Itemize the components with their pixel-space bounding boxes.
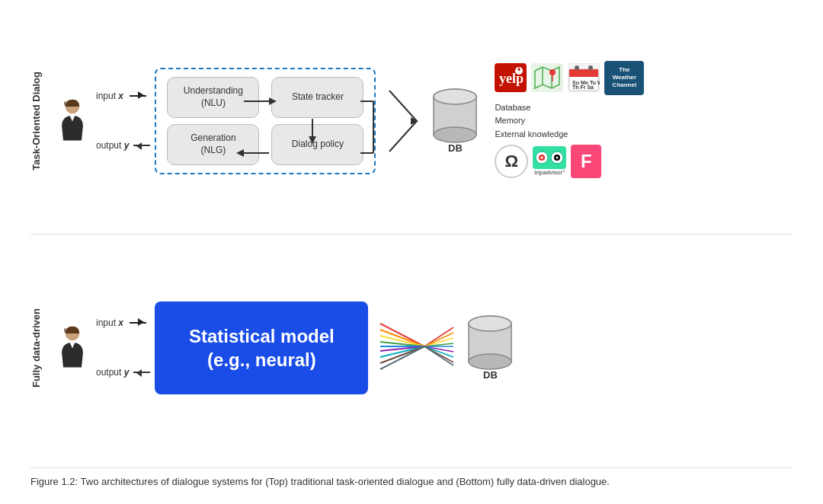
- cylinder-svg-bottom: [467, 314, 513, 375]
- svg-point-25: [549, 69, 556, 75]
- bottom-section: Fully data-driven input x output: [30, 242, 793, 461]
- yelp-logo: yelp: [495, 63, 527, 92]
- svg-point-30: [575, 65, 579, 70]
- bottom-side-label: Fully data-driven: [30, 308, 46, 388]
- model-to-wires-arrow: [379, 316, 455, 380]
- output-arrow-bottom: [133, 372, 150, 373]
- diagrams-area: Task-Oriented Dialog: [30, 15, 793, 461]
- dashed-box-wrapper: Understanding(NLU) State tracker Generat…: [155, 68, 383, 174]
- top-side-label: Task-Oriented Dialog: [30, 72, 46, 171]
- person-svg-bottom: [53, 325, 91, 371]
- state-tracker-box: State tracker: [271, 77, 363, 118]
- caption: Figure 1.2: Two architectures of dialogu…: [30, 467, 793, 490]
- output-label-bottom: output y: [96, 367, 129, 378]
- nlu-box: Understanding(NLU): [167, 77, 259, 118]
- io-section-bottom: input x output y: [96, 298, 152, 397]
- db-cylinder-top: DB: [432, 88, 478, 154]
- svg-point-15: [434, 127, 476, 142]
- input-label-bottom: input x: [96, 317, 123, 328]
- foursquare-logo: F: [571, 145, 601, 178]
- top-right-info: yelp: [495, 61, 793, 181]
- input-arrow-top: [130, 95, 146, 97]
- input-label-top: input x: [96, 91, 123, 101]
- top-person-icon: [53, 98, 91, 144]
- top-section: Task-Oriented Dialog: [30, 15, 793, 234]
- output-row-top: output y: [96, 140, 152, 151]
- io-section-top: input x output y: [96, 72, 152, 171]
- person-svg-top: [53, 98, 91, 144]
- weather-logo: The Weather Channel: [604, 61, 644, 95]
- svg-point-38: [541, 157, 543, 159]
- main-container: Task-Oriented Dialog: [0, 0, 823, 504]
- input-row-bottom: input x: [96, 317, 152, 328]
- db-label-top: DB: [448, 142, 463, 154]
- svg-line-10: [389, 91, 417, 121]
- svg-point-16: [434, 89, 476, 104]
- svg-point-31: [588, 65, 593, 70]
- db-label-bottom: DB: [483, 369, 498, 381]
- top-logos-row: yelp: [495, 61, 793, 95]
- input-arrow-bottom: [130, 322, 146, 324]
- calendar-logo: Su Mo Tu We Th Fr Sa: [568, 63, 600, 92]
- top-diagram-content: input x output y: [53, 61, 793, 181]
- dialog-policy-box: Dialog policy: [271, 124, 363, 165]
- statistical-model-box: Statistical model(e.g., neural): [155, 301, 368, 394]
- output-row-bottom: output y: [96, 367, 152, 378]
- box-to-db-arrows: [388, 68, 418, 174]
- svg-point-61: [469, 354, 511, 369]
- output-label-top: output y: [96, 140, 129, 151]
- bottom-person-icon: [53, 325, 91, 371]
- box-to-db-svg: [388, 68, 418, 174]
- svg-point-62: [469, 316, 511, 331]
- info-text: Database Memory External knowledge: [495, 101, 793, 142]
- svg-text:Th Fr Sa: Th Fr Sa: [572, 85, 594, 90]
- nlg-box: Generation(NLG): [167, 124, 259, 165]
- db-cylinder-bottom: DB: [467, 314, 513, 381]
- svg-rect-29: [569, 69, 598, 77]
- maps-logo: [531, 63, 563, 92]
- tripadvisor-logo: [533, 146, 566, 169]
- output-arrow-top: [133, 145, 150, 146]
- cylinder-svg-top: [432, 88, 478, 148]
- tripadvisor-label: tripadvisor°: [534, 169, 565, 176]
- input-row-top: input x: [96, 91, 152, 101]
- svg-line-11: [389, 121, 417, 152]
- neural-wires-svg: [379, 316, 455, 377]
- svg-point-39: [556, 157, 559, 159]
- dashed-box: Understanding(NLU) State tracker Generat…: [155, 68, 376, 174]
- wikipedia-logo: Ω: [495, 145, 528, 178]
- tripadvisor-logo-wrapper: tripadvisor°: [533, 146, 566, 176]
- bottom-logos-row: Ω: [495, 145, 793, 178]
